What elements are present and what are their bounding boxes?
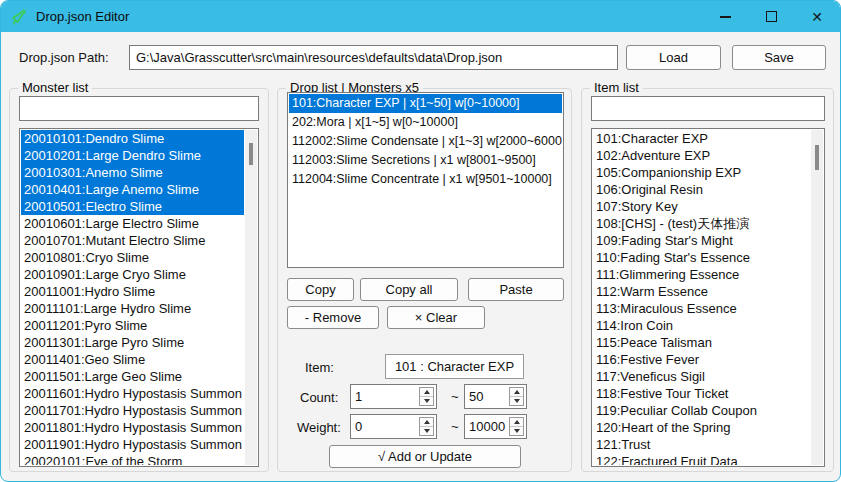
list-item[interactable]: 102:Adventure EXP	[593, 147, 810, 164]
list-item[interactable]: 20011001:Hydro Slime	[21, 283, 244, 300]
spin-down-button[interactable]	[420, 396, 433, 405]
megaphone-app-icon	[10, 8, 28, 26]
list-item[interactable]: 110:Fading Star's Essence	[593, 249, 810, 266]
list-item[interactable]: 120:Heart of the Spring	[593, 419, 810, 436]
list-item[interactable]: 20011701:Hydro Hypostasis Summon	[21, 402, 244, 419]
spin-up-button[interactable]	[510, 418, 523, 426]
list-item[interactable]: 113:Miraculous Essence	[593, 300, 810, 317]
list-item[interactable]: 105:Companionship EXP	[593, 164, 810, 181]
drop-list[interactable]: 101:Character EXP | x[1~50] w[0~10000]20…	[289, 94, 562, 266]
chevron-down-icon	[514, 399, 520, 403]
item-list[interactable]: 101:Character EXP102:Adventure EXP105:Co…	[593, 130, 823, 465]
weight-label: Weight:	[297, 420, 341, 435]
close-button[interactable]: ✕	[794, 1, 840, 32]
list-item[interactable]: 20011601:Hydro Hypostasis Summon	[21, 385, 244, 402]
weight-min-input[interactable]	[351, 415, 417, 438]
list-item[interactable]: 115:Peace Talisman	[593, 334, 810, 351]
list-item[interactable]: 20010701:Mutant Electro Slime	[21, 232, 244, 249]
chevron-up-icon	[514, 390, 520, 394]
list-item[interactable]: 112002:Slime Condensate | x[1~3] w[2000~…	[289, 132, 562, 151]
monster-list-panel: Monster list 20010101:Dendro Slime200102…	[9, 88, 269, 472]
count-max-input[interactable]	[465, 385, 507, 408]
monster-scrollbar[interactable]	[245, 130, 257, 465]
item-scrollbar[interactable]	[811, 130, 823, 465]
add-or-update-button[interactable]: √ Add or Update	[329, 445, 521, 468]
list-item[interactable]: 20011301:Large Pyro Slime	[21, 334, 244, 351]
chevron-down-icon	[514, 429, 520, 433]
list-item[interactable]: 108:[CHS] - (test)天体推演	[593, 215, 810, 232]
item-search-input[interactable]	[591, 96, 825, 121]
list-item[interactable]: 20010501:Electro Slime	[21, 198, 244, 215]
spin-down-button[interactable]	[510, 426, 523, 435]
list-item[interactable]: 111:Glimmering Essence	[593, 266, 810, 283]
copy-button[interactable]: Copy	[287, 278, 354, 301]
spin-down-button[interactable]	[510, 396, 523, 405]
list-item[interactable]: 20011501:Large Geo Slime	[21, 368, 244, 385]
spin-up-button[interactable]	[510, 388, 523, 396]
list-item[interactable]: 107:Story Key	[593, 198, 810, 215]
maximize-icon	[766, 11, 777, 22]
weight-range-tilde: ~	[451, 419, 459, 434]
load-button[interactable]: Load	[626, 45, 721, 70]
minimize-button[interactable]	[702, 1, 748, 32]
list-item[interactable]: 106:Original Resin	[593, 181, 810, 198]
paste-button[interactable]: Paste	[468, 278, 564, 301]
chevron-up-icon	[424, 390, 430, 394]
list-item[interactable]: 20011801:Hydro Hypostasis Summon	[21, 419, 244, 436]
list-item[interactable]: 20011201:Pyro Slime	[21, 317, 244, 334]
chevron-down-icon	[424, 399, 430, 403]
list-item[interactable]: 20020101:Eye of the Storm	[21, 453, 244, 465]
list-item[interactable]: 112004:Slime Concentrate | x1 w[9501~100…	[289, 170, 562, 189]
weight-min-spinner[interactable]	[350, 414, 437, 439]
list-item[interactable]: 114:Iron Coin	[593, 317, 810, 334]
clear-button[interactable]: × Clear	[387, 306, 485, 329]
spin-down-button[interactable]	[420, 426, 433, 435]
list-item[interactable]: 20010901:Large Cryo Slime	[21, 266, 244, 283]
copy-all-button[interactable]: Copy all	[360, 278, 458, 301]
save-button[interactable]: Save	[732, 45, 826, 70]
list-item[interactable]: 109:Fading Star's Might	[593, 232, 810, 249]
monster-list[interactable]: 20010101:Dendro Slime20010201:Large Dend…	[21, 130, 257, 465]
list-item[interactable]: 112:Warm Essence	[593, 283, 810, 300]
window-title: Drop.json Editor	[36, 9, 129, 24]
item-list-title: Item list	[590, 80, 643, 95]
list-item[interactable]: 118:Festive Tour Ticket	[593, 385, 810, 402]
scrollbar-thumb[interactable]	[815, 145, 819, 170]
list-item[interactable]: 121:Trust	[593, 436, 810, 453]
list-item[interactable]: 117:Veneficus Sigil	[593, 368, 810, 385]
count-min-input[interactable]	[351, 385, 417, 408]
list-item[interactable]: 20010401:Large Anemo Slime	[21, 181, 244, 198]
spin-up-button[interactable]	[420, 388, 433, 396]
list-item[interactable]: 101:Character EXP | x[1~50] w[0~10000]	[289, 94, 562, 113]
list-item[interactable]: 20010101:Dendro Slime	[21, 130, 244, 147]
list-item[interactable]: 122:Fractured Fruit Data	[593, 453, 810, 465]
list-item[interactable]: 20010801:Cryo Slime	[21, 249, 244, 266]
monster-search-input[interactable]	[19, 96, 259, 121]
path-input[interactable]	[129, 45, 618, 70]
list-item[interactable]: 112003:Slime Secretions | x1 w[8001~9500…	[289, 151, 562, 170]
list-item[interactable]: 20011401:Geo Slime	[21, 351, 244, 368]
chevron-down-icon	[424, 429, 430, 433]
list-item[interactable]: 202:Mora | x[1~5] w[0~10000]	[289, 113, 562, 132]
list-item[interactable]: 119:Peculiar Collab Coupon	[593, 402, 810, 419]
drop-listbox: 101:Character EXP | x[1~50] w[0~10000]20…	[287, 92, 564, 268]
list-item[interactable]: 20011101:Large Hydro Slime	[21, 300, 244, 317]
list-item[interactable]: 116:Festive Fever	[593, 351, 810, 368]
list-item[interactable]: 20011901:Hydro Hypostasis Summon	[21, 436, 244, 453]
weight-max-spinner[interactable]	[464, 414, 527, 439]
maximize-button[interactable]	[748, 1, 794, 32]
spin-up-button[interactable]	[420, 418, 433, 426]
remove-button[interactable]: - Remove	[287, 306, 379, 329]
item-display-field[interactable]: 101 : Character EXP	[385, 354, 524, 379]
count-min-spinner[interactable]	[350, 384, 437, 409]
list-item[interactable]: 20010601:Large Electro Slime	[21, 215, 244, 232]
weight-max-input[interactable]	[465, 415, 507, 438]
list-item[interactable]: 20010301:Anemo Slime	[21, 164, 244, 181]
scrollbar-thumb[interactable]	[249, 143, 253, 165]
spin-buttons	[509, 387, 524, 406]
count-max-spinner[interactable]	[464, 384, 527, 409]
list-item[interactable]: 101:Character EXP	[593, 130, 810, 147]
close-icon: ✕	[811, 10, 823, 24]
monster-list-title: Monster list	[18, 80, 92, 95]
list-item[interactable]: 20010201:Large Dendro Slime	[21, 147, 244, 164]
